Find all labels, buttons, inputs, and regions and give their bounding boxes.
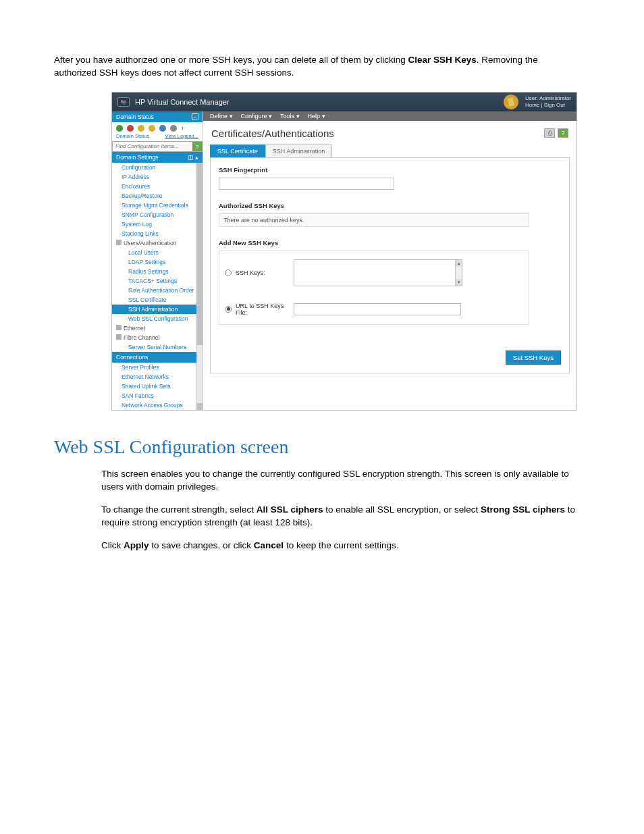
print-icon[interactable]: ⎙ — [544, 128, 555, 138]
tab-ssh-administration[interactable]: SSH Administration — [265, 145, 333, 157]
search-input[interactable] — [113, 142, 192, 151]
tree-local-users[interactable]: Local Users — [112, 248, 203, 257]
ssh-keys-textarea[interactable]: ▴ ▾ — [294, 259, 462, 286]
tree-configuration[interactable]: Configuration — [112, 163, 203, 172]
add-keys-grid: SSH Keys: ▴ ▾ — [219, 251, 529, 325]
search-go-button[interactable]: ? — [192, 142, 202, 151]
tab-ssl-certificate[interactable]: SSL Certificate — [210, 145, 265, 157]
set-ssh-keys-button[interactable]: Set SSH Keys — [506, 350, 561, 365]
help-icon[interactable]: ? — [558, 128, 568, 138]
app-screenshot: hp HP Virtual Connect Manager User: Admi… — [111, 92, 577, 411]
radio-url-keys[interactable] — [225, 306, 232, 313]
tree-role-auth-order[interactable]: Role Authentication Order — [112, 286, 203, 295]
tree-san-fabrics[interactable]: SAN Fabrics — [112, 391, 203, 400]
tabs: SSL Certificate SSH Administration — [203, 145, 576, 157]
scroll-down-icon[interactable] — [196, 403, 203, 410]
menu-tools[interactable]: Tools ▾ — [277, 113, 302, 120]
status-unknown-icon — [170, 125, 177, 132]
nav-tree: Configuration IP Address Enclosures Back… — [112, 163, 203, 410]
main-content: Define ▾ Configure ▾ Tools ▾ Help ▾ Cert… — [203, 111, 576, 410]
connections-header[interactable]: Connections — [112, 352, 203, 363]
tree-cat-users-auth[interactable]: Users/Authentication — [112, 238, 203, 248]
radio-ssh-keys[interactable] — [225, 269, 232, 276]
textarea-scrollbar[interactable]: ▴ ▾ — [455, 260, 462, 286]
scroll-up-icon[interactable]: ▴ — [456, 260, 462, 267]
tree-ethernet-networks[interactable]: Ethernet Networks — [112, 372, 203, 382]
tree-ip-address[interactable]: IP Address — [112, 172, 203, 182]
status-add-icon: + — [181, 125, 184, 132]
page-title: Certificates/Authentications — [211, 128, 334, 139]
scroll-thumb[interactable] — [196, 170, 203, 345]
section2-p2: To change the current strength, select A… — [101, 503, 580, 529]
status-warn2-icon — [149, 125, 155, 132]
tree-ssl-certificate[interactable]: SSL Certificate — [112, 295, 203, 305]
tree-stacking-links[interactable]: Stacking Links — [112, 229, 203, 238]
award-ribbon-icon — [504, 95, 518, 109]
sidebar: Domain Status – + Domain Status View Leg… — [112, 111, 203, 410]
status-warn-icon — [138, 125, 144, 132]
tree-enclosures[interactable]: Enclosures — [112, 182, 203, 191]
tree-system-log[interactable]: System Log — [112, 219, 203, 229]
ssh-fingerprint-input[interactable] — [219, 178, 394, 190]
tree-tacacs-settings[interactable]: TACACS+ Settings — [112, 276, 203, 286]
tree-shared-uplink-sets[interactable]: Shared Uplink Sets — [112, 382, 203, 391]
app-header: hp HP Virtual Connect Manager User: Admi… — [112, 93, 576, 111]
section2-p3: Click Apply to save changes, or click Ca… — [101, 539, 580, 552]
status-info-icon — [159, 125, 166, 132]
category-icon — [116, 334, 122, 340]
url-keys-label: URL to SSH Keys File: — [236, 303, 290, 316]
status-ok-icon — [116, 125, 123, 132]
tree-backup-restore[interactable]: Backup/Restore — [112, 191, 203, 201]
menu-help[interactable]: Help ▾ — [305, 113, 328, 120]
add-new-keys-label: Add New SSH Keys — [219, 239, 561, 246]
ssh-keys-label: SSH Keys: — [236, 269, 290, 276]
intro-paragraph: After you have authorized one or more SS… — [54, 54, 580, 80]
tree-storage-mgmt[interactable]: Storage Mgmt Credentials — [112, 201, 203, 210]
no-keys-message: There are no authorized keys. — [219, 213, 529, 227]
menu-configure[interactable]: Configure ▾ — [238, 113, 275, 120]
tree-network-access-groups[interactable]: Network Access Groups — [112, 400, 203, 410]
user-label: User: — [525, 95, 538, 101]
tree-snmp-config[interactable]: SNMP Configuration — [112, 210, 203, 219]
hp-logo-icon: hp — [117, 97, 130, 107]
tree-cat-ethernet[interactable]: Ethernet — [112, 323, 203, 333]
tree-ssh-administration[interactable]: SSH Administration — [112, 305, 203, 314]
intro-bold: Clear SSH Keys — [408, 55, 477, 65]
view-legend-link[interactable]: View Legend... — [165, 133, 198, 139]
sidebar-scrollbar[interactable] — [196, 163, 203, 410]
scroll-up-icon[interactable] — [196, 163, 203, 170]
url-keys-input[interactable] — [294, 303, 461, 315]
section-heading: Web SSL Configuration screen — [54, 436, 580, 458]
ssh-panel: SSH Fingerprint Authorized SSH Keys Ther… — [210, 157, 570, 373]
scroll-down-icon[interactable]: ▾ — [456, 279, 462, 286]
category-icon — [116, 240, 122, 245]
authorized-keys-label: Authorized SSH Keys — [219, 202, 561, 209]
tree-radius-settings[interactable]: Radius Settings — [112, 267, 203, 276]
domain-status-label: Domain Status — [116, 113, 154, 120]
app-title: HP Virtual Connect Manager — [135, 98, 230, 106]
status-icons-row: + — [112, 122, 203, 133]
ssh-fingerprint-label: SSH Fingerprint — [219, 166, 561, 174]
signout-link[interactable]: Sign Out — [544, 102, 565, 108]
tree-server-profiles[interactable]: Server Profiles — [112, 363, 203, 372]
collapse-icon[interactable]: – — [192, 113, 198, 120]
tree-cat-fibre[interactable]: Fibre Channel — [112, 333, 203, 342]
user-value: Administrator — [539, 95, 571, 101]
status-error-icon — [127, 125, 134, 132]
menubar: Define ▾ Configure ▾ Tools ▾ Help ▾ — [203, 111, 576, 121]
domain-status-text: Domain Status — [116, 133, 149, 139]
tree-ldap-settings[interactable]: LDAP Settings — [112, 257, 203, 267]
domain-settings-header[interactable]: Domain Settings ◫ ▴ — [112, 152, 203, 163]
home-link[interactable]: Home — [525, 102, 539, 108]
section-controls-icon: ◫ ▴ — [188, 154, 198, 161]
tree-web-ssl-config[interactable]: Web SSL Configuration — [112, 314, 203, 323]
intro-pre: After you have authorized one or more SS… — [54, 55, 408, 65]
tree-server-serial[interactable]: Server Serial Numbers — [112, 342, 203, 352]
category-icon — [116, 325, 122, 330]
menu-define[interactable]: Define ▾ — [207, 113, 236, 120]
search-box: ? — [112, 141, 203, 152]
user-block: User: Administrator Home | Sign Out — [525, 95, 571, 108]
domain-status-header: Domain Status – — [112, 111, 203, 122]
section2-p1: This screen enables you to change the cu… — [101, 467, 580, 494]
